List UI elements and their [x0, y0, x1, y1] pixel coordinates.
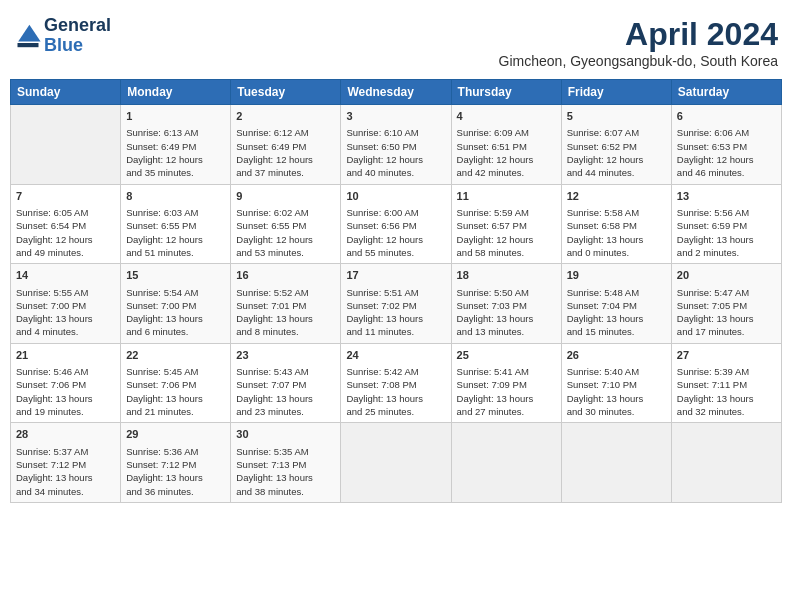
calendar-cell: 16Sunrise: 5:52 AMSunset: 7:01 PMDayligh…: [231, 264, 341, 344]
day-info: Sunrise: 5:45 AMSunset: 7:06 PMDaylight:…: [126, 365, 225, 418]
calendar-cell: 26Sunrise: 5:40 AMSunset: 7:10 PMDayligh…: [561, 343, 671, 423]
day-number: 9: [236, 189, 335, 204]
day-info: Sunrise: 5:56 AMSunset: 6:59 PMDaylight:…: [677, 206, 776, 259]
day-info: Sunrise: 6:13 AMSunset: 6:49 PMDaylight:…: [126, 126, 225, 179]
day-number: 12: [567, 189, 666, 204]
day-number: 2: [236, 109, 335, 124]
calendar-cell: 3Sunrise: 6:10 AMSunset: 6:50 PMDaylight…: [341, 105, 451, 185]
day-number: 28: [16, 427, 115, 442]
calendar-week-row: 14Sunrise: 5:55 AMSunset: 7:00 PMDayligh…: [11, 264, 782, 344]
day-info: Sunrise: 5:54 AMSunset: 7:00 PMDaylight:…: [126, 286, 225, 339]
day-info: Sunrise: 6:09 AMSunset: 6:51 PMDaylight:…: [457, 126, 556, 179]
calendar-cell: 1Sunrise: 6:13 AMSunset: 6:49 PMDaylight…: [121, 105, 231, 185]
day-info: Sunrise: 5:50 AMSunset: 7:03 PMDaylight:…: [457, 286, 556, 339]
calendar-cell: 24Sunrise: 5:42 AMSunset: 7:08 PMDayligh…: [341, 343, 451, 423]
svg-rect-2: [18, 43, 39, 47]
day-info: Sunrise: 5:41 AMSunset: 7:09 PMDaylight:…: [457, 365, 556, 418]
calendar-cell: 5Sunrise: 6:07 AMSunset: 6:52 PMDaylight…: [561, 105, 671, 185]
location-subtitle: Gimcheon, Gyeongsangbuk-do, South Korea: [499, 53, 778, 69]
calendar-cell: 8Sunrise: 6:03 AMSunset: 6:55 PMDaylight…: [121, 184, 231, 264]
logo: General Blue: [14, 16, 111, 56]
calendar-cell: 18Sunrise: 5:50 AMSunset: 7:03 PMDayligh…: [451, 264, 561, 344]
day-number: 10: [346, 189, 445, 204]
day-info: Sunrise: 5:46 AMSunset: 7:06 PMDaylight:…: [16, 365, 115, 418]
calendar-cell: 29Sunrise: 5:36 AMSunset: 7:12 PMDayligh…: [121, 423, 231, 503]
calendar-cell: 23Sunrise: 5:43 AMSunset: 7:07 PMDayligh…: [231, 343, 341, 423]
day-info: Sunrise: 5:43 AMSunset: 7:07 PMDaylight:…: [236, 365, 335, 418]
calendar-header-row: Sunday Monday Tuesday Wednesday Thursday…: [11, 80, 782, 105]
day-number: 14: [16, 268, 115, 283]
day-number: 20: [677, 268, 776, 283]
calendar-cell: [341, 423, 451, 503]
calendar-cell: 13Sunrise: 5:56 AMSunset: 6:59 PMDayligh…: [671, 184, 781, 264]
day-number: 26: [567, 348, 666, 363]
day-number: 6: [677, 109, 776, 124]
day-number: 21: [16, 348, 115, 363]
day-info: Sunrise: 6:10 AMSunset: 6:50 PMDaylight:…: [346, 126, 445, 179]
calendar-cell: 28Sunrise: 5:37 AMSunset: 7:12 PMDayligh…: [11, 423, 121, 503]
day-number: 11: [457, 189, 556, 204]
calendar-cell: [561, 423, 671, 503]
day-number: 19: [567, 268, 666, 283]
calendar-cell: 25Sunrise: 5:41 AMSunset: 7:09 PMDayligh…: [451, 343, 561, 423]
header: General Blue April 2024 Gimcheon, Gyeong…: [10, 10, 782, 75]
col-thursday: Thursday: [451, 80, 561, 105]
day-number: 25: [457, 348, 556, 363]
day-info: Sunrise: 5:48 AMSunset: 7:04 PMDaylight:…: [567, 286, 666, 339]
day-info: Sunrise: 5:59 AMSunset: 6:57 PMDaylight:…: [457, 206, 556, 259]
calendar-cell: 22Sunrise: 5:45 AMSunset: 7:06 PMDayligh…: [121, 343, 231, 423]
day-info: Sunrise: 5:42 AMSunset: 7:08 PMDaylight:…: [346, 365, 445, 418]
day-number: 8: [126, 189, 225, 204]
day-number: 1: [126, 109, 225, 124]
day-number: 30: [236, 427, 335, 442]
calendar-week-row: 7Sunrise: 6:05 AMSunset: 6:54 PMDaylight…: [11, 184, 782, 264]
calendar-cell: 14Sunrise: 5:55 AMSunset: 7:00 PMDayligh…: [11, 264, 121, 344]
day-info: Sunrise: 5:52 AMSunset: 7:01 PMDaylight:…: [236, 286, 335, 339]
calendar-cell: 17Sunrise: 5:51 AMSunset: 7:02 PMDayligh…: [341, 264, 451, 344]
calendar-cell: 7Sunrise: 6:05 AMSunset: 6:54 PMDaylight…: [11, 184, 121, 264]
day-info: Sunrise: 5:37 AMSunset: 7:12 PMDaylight:…: [16, 445, 115, 498]
col-monday: Monday: [121, 80, 231, 105]
col-wednesday: Wednesday: [341, 80, 451, 105]
day-info: Sunrise: 5:36 AMSunset: 7:12 PMDaylight:…: [126, 445, 225, 498]
day-info: Sunrise: 5:51 AMSunset: 7:02 PMDaylight:…: [346, 286, 445, 339]
col-saturday: Saturday: [671, 80, 781, 105]
day-info: Sunrise: 6:03 AMSunset: 6:55 PMDaylight:…: [126, 206, 225, 259]
day-number: 7: [16, 189, 115, 204]
day-info: Sunrise: 5:47 AMSunset: 7:05 PMDaylight:…: [677, 286, 776, 339]
day-number: 29: [126, 427, 225, 442]
col-sunday: Sunday: [11, 80, 121, 105]
day-info: Sunrise: 5:58 AMSunset: 6:58 PMDaylight:…: [567, 206, 666, 259]
day-info: Sunrise: 6:05 AMSunset: 6:54 PMDaylight:…: [16, 206, 115, 259]
day-number: 17: [346, 268, 445, 283]
calendar-cell: [451, 423, 561, 503]
calendar-cell: 12Sunrise: 5:58 AMSunset: 6:58 PMDayligh…: [561, 184, 671, 264]
day-number: 27: [677, 348, 776, 363]
calendar-week-row: 28Sunrise: 5:37 AMSunset: 7:12 PMDayligh…: [11, 423, 782, 503]
calendar-cell: 10Sunrise: 6:00 AMSunset: 6:56 PMDayligh…: [341, 184, 451, 264]
title-area: April 2024 Gimcheon, Gyeongsangbuk-do, S…: [499, 16, 778, 69]
month-title: April 2024: [499, 16, 778, 53]
day-number: 13: [677, 189, 776, 204]
day-info: Sunrise: 6:12 AMSunset: 6:49 PMDaylight:…: [236, 126, 335, 179]
calendar-table: Sunday Monday Tuesday Wednesday Thursday…: [10, 79, 782, 503]
day-info: Sunrise: 6:07 AMSunset: 6:52 PMDaylight:…: [567, 126, 666, 179]
day-number: 3: [346, 109, 445, 124]
day-info: Sunrise: 6:06 AMSunset: 6:53 PMDaylight:…: [677, 126, 776, 179]
col-friday: Friday: [561, 80, 671, 105]
generalblue-icon: [14, 22, 42, 50]
day-info: Sunrise: 6:00 AMSunset: 6:56 PMDaylight:…: [346, 206, 445, 259]
calendar-cell: 19Sunrise: 5:48 AMSunset: 7:04 PMDayligh…: [561, 264, 671, 344]
day-number: 4: [457, 109, 556, 124]
day-number: 23: [236, 348, 335, 363]
calendar-cell: [11, 105, 121, 185]
calendar-cell: 20Sunrise: 5:47 AMSunset: 7:05 PMDayligh…: [671, 264, 781, 344]
day-info: Sunrise: 6:02 AMSunset: 6:55 PMDaylight:…: [236, 206, 335, 259]
calendar-week-row: 21Sunrise: 5:46 AMSunset: 7:06 PMDayligh…: [11, 343, 782, 423]
day-info: Sunrise: 5:39 AMSunset: 7:11 PMDaylight:…: [677, 365, 776, 418]
day-number: 15: [126, 268, 225, 283]
day-number: 16: [236, 268, 335, 283]
calendar-cell: 30Sunrise: 5:35 AMSunset: 7:13 PMDayligh…: [231, 423, 341, 503]
calendar-cell: 27Sunrise: 5:39 AMSunset: 7:11 PMDayligh…: [671, 343, 781, 423]
logo-text: General Blue: [44, 16, 111, 56]
